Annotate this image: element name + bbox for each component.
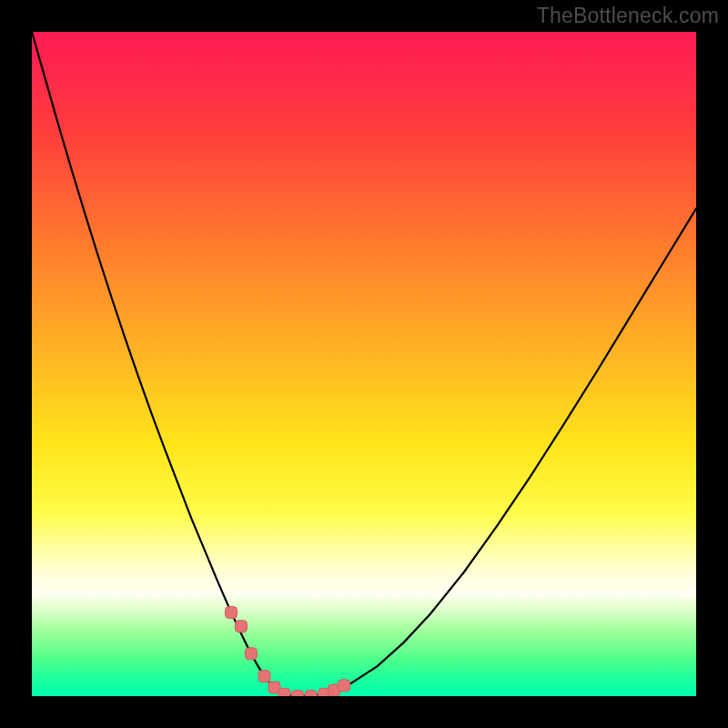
marker-point	[339, 680, 350, 692]
watermark-text: TheBottleneck.com	[537, 4, 719, 28]
gradient-background	[32, 32, 696, 696]
bottleneck-chart	[32, 32, 696, 696]
marker-point	[245, 648, 257, 660]
plot-area	[32, 32, 696, 696]
marker-point	[278, 688, 290, 696]
marker-point	[258, 671, 270, 682]
marker-point	[305, 691, 317, 697]
marker-point	[292, 691, 304, 697]
marker-point	[226, 607, 238, 619]
marker-point	[235, 621, 247, 632]
chart-frame: TheBottleneck.com	[0, 0, 728, 728]
